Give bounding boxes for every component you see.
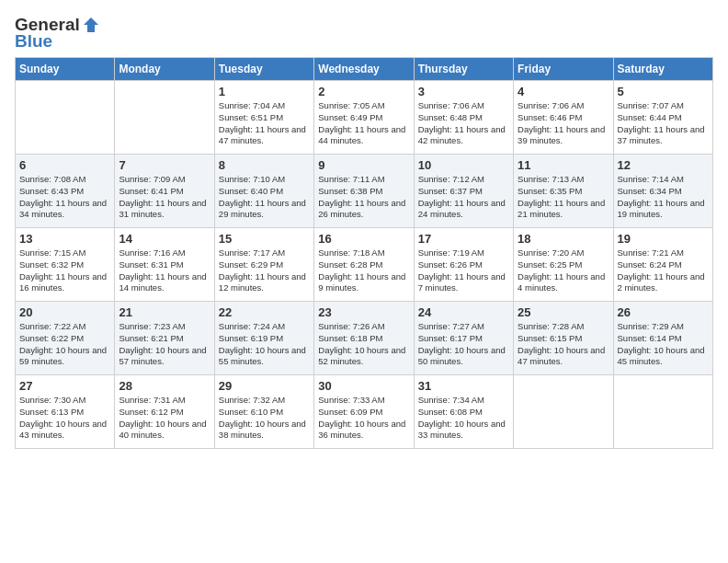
day-info: Sunrise: 7:11 AM Sunset: 6:38 PM Dayligh… bbox=[318, 174, 409, 221]
logo: General Blue bbox=[15, 15, 100, 52]
day-number: 3 bbox=[418, 85, 509, 98]
day-number: 21 bbox=[119, 305, 210, 319]
calendar-cell: 5Sunrise: 7:07 AM Sunset: 6:44 PM Daylig… bbox=[613, 81, 712, 155]
logo-blue-text: Blue bbox=[15, 31, 52, 52]
calendar-cell: 25Sunrise: 7:28 AM Sunset: 6:15 PM Dayli… bbox=[514, 302, 613, 375]
calendar-cell: 3Sunrise: 7:06 AM Sunset: 6:48 PM Daylig… bbox=[414, 81, 513, 155]
svg-marker-0 bbox=[84, 17, 98, 32]
calendar-cell: 13Sunrise: 7:15 AM Sunset: 6:32 PM Dayli… bbox=[16, 228, 115, 302]
calendar-cell: 31Sunrise: 7:34 AM Sunset: 6:08 PM Dayli… bbox=[414, 375, 513, 449]
calendar-cell: 12Sunrise: 7:14 AM Sunset: 6:34 PM Dayli… bbox=[613, 155, 712, 228]
day-info: Sunrise: 7:16 AM Sunset: 6:31 PM Dayligh… bbox=[119, 247, 210, 294]
day-number: 13 bbox=[19, 232, 110, 246]
calendar-cell: 23Sunrise: 7:26 AM Sunset: 6:18 PM Dayli… bbox=[314, 302, 414, 375]
calendar-week-row: 13Sunrise: 7:15 AM Sunset: 6:32 PM Dayli… bbox=[16, 228, 713, 302]
calendar-cell bbox=[613, 375, 712, 449]
day-info: Sunrise: 7:15 AM Sunset: 6:32 PM Dayligh… bbox=[19, 247, 110, 294]
day-number: 12 bbox=[618, 158, 709, 172]
calendar-cell: 19Sunrise: 7:21 AM Sunset: 6:24 PM Dayli… bbox=[613, 228, 712, 302]
day-number: 27 bbox=[19, 379, 110, 393]
calendar-cell: 21Sunrise: 7:23 AM Sunset: 6:21 PM Dayli… bbox=[115, 302, 214, 375]
day-info: Sunrise: 7:14 AM Sunset: 6:34 PM Dayligh… bbox=[618, 174, 709, 221]
calendar-cell: 4Sunrise: 7:06 AM Sunset: 6:46 PM Daylig… bbox=[514, 81, 613, 155]
day-number: 24 bbox=[418, 305, 509, 319]
calendar-cell: 9Sunrise: 7:11 AM Sunset: 6:38 PM Daylig… bbox=[314, 155, 414, 228]
day-number: 2 bbox=[318, 85, 409, 98]
day-info: Sunrise: 7:32 AM Sunset: 6:10 PM Dayligh… bbox=[219, 395, 310, 442]
calendar-cell: 15Sunrise: 7:17 AM Sunset: 6:29 PM Dayli… bbox=[214, 228, 313, 302]
day-number: 23 bbox=[318, 305, 409, 319]
weekday-header-monday: Monday bbox=[115, 58, 214, 81]
day-info: Sunrise: 7:20 AM Sunset: 6:25 PM Dayligh… bbox=[518, 247, 609, 294]
day-number: 29 bbox=[219, 379, 310, 393]
calendar-cell: 10Sunrise: 7:12 AM Sunset: 6:37 PM Dayli… bbox=[414, 155, 513, 228]
weekday-header-friday: Friday bbox=[514, 58, 613, 81]
day-info: Sunrise: 7:04 AM Sunset: 6:51 PM Dayligh… bbox=[219, 100, 310, 147]
day-number: 4 bbox=[518, 85, 609, 98]
calendar-week-row: 27Sunrise: 7:30 AM Sunset: 6:13 PM Dayli… bbox=[16, 375, 713, 449]
day-info: Sunrise: 7:05 AM Sunset: 6:49 PM Dayligh… bbox=[318, 100, 409, 147]
day-number: 7 bbox=[119, 158, 210, 172]
day-number: 26 bbox=[618, 305, 709, 319]
weekday-header-saturday: Saturday bbox=[613, 58, 712, 81]
day-number: 18 bbox=[518, 232, 609, 246]
day-number: 1 bbox=[219, 85, 310, 98]
calendar-cell bbox=[16, 81, 115, 155]
day-info: Sunrise: 7:13 AM Sunset: 6:35 PM Dayligh… bbox=[518, 174, 609, 221]
day-info: Sunrise: 7:34 AM Sunset: 6:08 PM Dayligh… bbox=[418, 395, 509, 442]
day-info: Sunrise: 7:19 AM Sunset: 6:26 PM Dayligh… bbox=[418, 247, 509, 294]
day-info: Sunrise: 7:28 AM Sunset: 6:15 PM Dayligh… bbox=[518, 321, 609, 368]
day-info: Sunrise: 7:06 AM Sunset: 6:46 PM Dayligh… bbox=[518, 100, 609, 147]
day-number: 15 bbox=[219, 232, 310, 246]
day-info: Sunrise: 7:31 AM Sunset: 6:12 PM Dayligh… bbox=[119, 395, 210, 442]
day-number: 9 bbox=[318, 158, 409, 172]
day-info: Sunrise: 7:17 AM Sunset: 6:29 PM Dayligh… bbox=[219, 247, 310, 294]
weekday-header-wednesday: Wednesday bbox=[314, 58, 414, 81]
calendar-cell: 26Sunrise: 7:29 AM Sunset: 6:14 PM Dayli… bbox=[613, 302, 712, 375]
day-number: 30 bbox=[318, 379, 409, 393]
calendar-cell: 16Sunrise: 7:18 AM Sunset: 6:28 PM Dayli… bbox=[314, 228, 414, 302]
day-number: 10 bbox=[418, 158, 509, 172]
calendar-cell: 18Sunrise: 7:20 AM Sunset: 6:25 PM Dayli… bbox=[514, 228, 613, 302]
day-info: Sunrise: 7:30 AM Sunset: 6:13 PM Dayligh… bbox=[19, 395, 110, 442]
day-info: Sunrise: 7:33 AM Sunset: 6:09 PM Dayligh… bbox=[318, 395, 409, 442]
calendar-table: SundayMondayTuesdayWednesdayThursdayFrid… bbox=[15, 57, 713, 449]
calendar-cell: 28Sunrise: 7:31 AM Sunset: 6:12 PM Dayli… bbox=[115, 375, 214, 449]
calendar-cell: 24Sunrise: 7:27 AM Sunset: 6:17 PM Dayli… bbox=[414, 302, 513, 375]
logo-icon bbox=[82, 16, 100, 34]
day-info: Sunrise: 7:24 AM Sunset: 6:19 PM Dayligh… bbox=[219, 321, 310, 368]
day-info: Sunrise: 7:21 AM Sunset: 6:24 PM Dayligh… bbox=[618, 247, 709, 294]
calendar-cell: 29Sunrise: 7:32 AM Sunset: 6:10 PM Dayli… bbox=[214, 375, 313, 449]
calendar-week-row: 1Sunrise: 7:04 AM Sunset: 6:51 PM Daylig… bbox=[16, 81, 713, 155]
day-number: 19 bbox=[618, 232, 709, 246]
day-number: 11 bbox=[518, 158, 609, 172]
day-number: 22 bbox=[219, 305, 310, 319]
day-info: Sunrise: 7:08 AM Sunset: 6:43 PM Dayligh… bbox=[19, 174, 110, 221]
day-info: Sunrise: 7:26 AM Sunset: 6:18 PM Dayligh… bbox=[318, 321, 409, 368]
calendar-cell: 20Sunrise: 7:22 AM Sunset: 6:22 PM Dayli… bbox=[16, 302, 115, 375]
day-number: 6 bbox=[19, 158, 110, 172]
day-number: 20 bbox=[19, 305, 110, 319]
calendar-cell: 1Sunrise: 7:04 AM Sunset: 6:51 PM Daylig… bbox=[214, 81, 313, 155]
day-number: 16 bbox=[318, 232, 409, 246]
calendar-cell: 14Sunrise: 7:16 AM Sunset: 6:31 PM Dayli… bbox=[115, 228, 214, 302]
day-info: Sunrise: 7:22 AM Sunset: 6:22 PM Dayligh… bbox=[19, 321, 110, 368]
day-info: Sunrise: 7:12 AM Sunset: 6:37 PM Dayligh… bbox=[418, 174, 509, 221]
calendar-week-row: 20Sunrise: 7:22 AM Sunset: 6:22 PM Dayli… bbox=[16, 302, 713, 375]
calendar-week-row: 6Sunrise: 7:08 AM Sunset: 6:43 PM Daylig… bbox=[16, 155, 713, 228]
calendar-cell: 2Sunrise: 7:05 AM Sunset: 6:49 PM Daylig… bbox=[314, 81, 414, 155]
calendar-cell: 22Sunrise: 7:24 AM Sunset: 6:19 PM Dayli… bbox=[214, 302, 313, 375]
calendar-cell: 30Sunrise: 7:33 AM Sunset: 6:09 PM Dayli… bbox=[314, 375, 414, 449]
calendar-cell: 11Sunrise: 7:13 AM Sunset: 6:35 PM Dayli… bbox=[514, 155, 613, 228]
weekday-header-sunday: Sunday bbox=[16, 58, 115, 81]
day-info: Sunrise: 7:09 AM Sunset: 6:41 PM Dayligh… bbox=[119, 174, 210, 221]
day-info: Sunrise: 7:23 AM Sunset: 6:21 PM Dayligh… bbox=[119, 321, 210, 368]
day-info: Sunrise: 7:27 AM Sunset: 6:17 PM Dayligh… bbox=[418, 321, 509, 368]
calendar-cell bbox=[514, 375, 613, 449]
day-info: Sunrise: 7:29 AM Sunset: 6:14 PM Dayligh… bbox=[618, 321, 709, 368]
day-number: 8 bbox=[219, 158, 310, 172]
weekday-header-thursday: Thursday bbox=[414, 58, 513, 81]
day-number: 31 bbox=[418, 379, 509, 393]
calendar-cell: 7Sunrise: 7:09 AM Sunset: 6:41 PM Daylig… bbox=[115, 155, 214, 228]
day-info: Sunrise: 7:07 AM Sunset: 6:44 PM Dayligh… bbox=[618, 100, 709, 147]
